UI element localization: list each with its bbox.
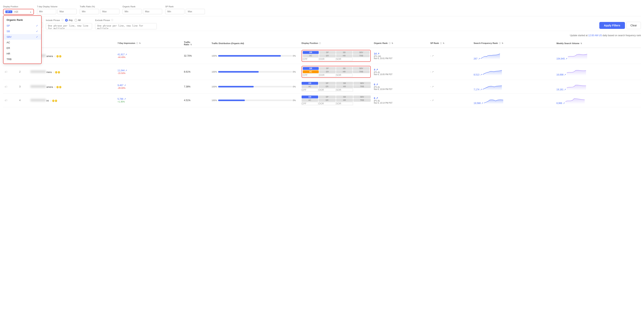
sfr-link[interactable]: 8,513 ↗ [474, 73, 482, 76]
sp-rank-max-input[interactable] [186, 9, 205, 14]
dropdown-item-er[interactable]: ER [4, 45, 41, 51]
dp-badge-sor[interactable]: SOR [336, 74, 352, 77]
traffic-ratio-max-input[interactable] [100, 9, 120, 14]
wsv-link[interactable]: 19,181 ↗ [556, 88, 566, 91]
dp-badge-cpf[interactable]: CPF [302, 102, 318, 105]
dp-badge-sb[interactable]: SB [336, 51, 352, 54]
display-position-select[interactable]: SP × + 2 ▲ [3, 9, 34, 15]
dp-badge-hr[interactable]: HR [336, 54, 352, 57]
seven-day-max-input[interactable] [58, 9, 77, 14]
organic-rank-max-input[interactable] [143, 9, 162, 14]
row-traffic-ratio-cell: 4.51% [182, 94, 210, 107]
dp-badge-oor[interactable]: OOR [318, 88, 336, 92]
dropdown-item-sp[interactable]: SP ✓ [4, 23, 41, 28]
dp-badge-ac[interactable]: AC [302, 85, 318, 88]
sfr-link[interactable]: 267 ↗ [474, 58, 480, 60]
dp-badge-sp[interactable]: SP [319, 51, 336, 54]
impression-link[interactable]: 5,786 ↗ [118, 98, 126, 100]
organic-rank-sort-icon[interactable]: ⇅ [392, 42, 393, 44]
sfr-sort-icon[interactable]: ⇅ [502, 42, 503, 44]
organic-rank-min-input[interactable] [122, 9, 142, 14]
clear-button[interactable]: Clear [626, 22, 641, 29]
dp-badge-ac[interactable]: AC [303, 70, 319, 73]
dp-badge-sb[interactable]: SB [336, 82, 353, 85]
dp-badge-trb[interactable]: TRB [354, 85, 371, 88]
sp-rank-min-input[interactable] [165, 9, 184, 14]
dropdown-item-ac[interactable]: AC [4, 40, 41, 45]
sfr-link[interactable]: 19,588 ↗ [474, 102, 483, 104]
impression-link[interactable]: 9,467 ↗ [118, 84, 126, 87]
dropdown-item-sb[interactable]: SB ✓ [4, 28, 41, 34]
dp-badge-trb[interactable]: TRB [353, 70, 370, 73]
dp-badge-cpf[interactable]: CPF [303, 58, 319, 61]
dp-badge-sor[interactable]: SOR [336, 58, 352, 61]
dp-badge-ac[interactable]: AC [302, 99, 318, 102]
tag-icon[interactable]: 🏷 [4, 70, 7, 73]
dp-badge-sp[interactable]: SP [319, 67, 336, 70]
include-phrase-textarea[interactable] [46, 23, 92, 29]
wsv-sort-icon[interactable]: ⇅ [580, 42, 582, 44]
dp-badge-oor[interactable]: OOR [319, 58, 336, 61]
dp-badge-hr[interactable]: HR [336, 70, 352, 73]
dp-badge-sbv[interactable]: SBV [353, 67, 370, 70]
dp-badge-sp[interactable]: SP [318, 82, 336, 85]
dp-badge-sor[interactable]: SOR [336, 88, 353, 92]
dropdown-item-sbv[interactable]: SBV ✓ [4, 34, 41, 40]
tag-sp-close[interactable]: × [10, 11, 11, 13]
dp-badge-hr[interactable]: HR [336, 85, 353, 88]
traffic-ratio-sort-icon[interactable]: ⇅ [190, 44, 192, 46]
wsv-link[interactable]: 8,966 ↗ [556, 102, 565, 104]
tag-icon[interactable]: 🏷 [4, 99, 7, 102]
radio-any[interactable]: Any [65, 19, 72, 22]
dp-badge-trb[interactable]: TRB [353, 54, 370, 57]
dropdown-item-hr[interactable]: HR [4, 51, 41, 56]
dp-badge-sbv[interactable]: SBV [354, 96, 371, 98]
dp-badge-cpf[interactable]: CPF [302, 88, 318, 92]
wsv-link[interactable]: 154,945 ↗ [556, 58, 567, 60]
dp-badge-sbv[interactable]: SBV [353, 51, 370, 54]
dp-badge-or[interactable]: OR [302, 96, 318, 98]
dp-badge-cpf[interactable]: CPF [303, 74, 319, 77]
dropdown-item-trb[interactable]: TRB [4, 56, 41, 62]
wsv-link[interactable]: 16,698 ↗ [556, 73, 566, 76]
keyword-suffix: amera [46, 86, 53, 88]
row-traffic-ratio-cell: 7.38% [182, 80, 210, 94]
display-pos-badges: ORSPSBSBVACERHRTRBCPFOORSOR [302, 96, 371, 105]
row-keyword-cell: amera □ 🪙🪙 [29, 80, 116, 94]
dp-badge-sp[interactable]: SP [318, 96, 336, 98]
dp-badge-sb[interactable]: SB [336, 96, 353, 98]
dp-badge-er[interactable]: ER [318, 85, 336, 88]
traffic-ratio-min-input[interactable] [80, 9, 99, 14]
dp-badge-ac[interactable]: AC [303, 54, 319, 57]
dp-badge-sor[interactable]: SOR [336, 102, 353, 105]
dp-badge-or[interactable]: OR [303, 67, 319, 70]
dropdown-title: Organic Rank [4, 17, 41, 23]
dp-badge-er[interactable]: ER [319, 54, 336, 57]
dp-badge-hr[interactable]: HR [336, 99, 353, 102]
tag-sp[interactable]: SP × [6, 10, 12, 13]
sp-rank-filter: SP Rank [165, 6, 205, 14]
impression-link[interactable]: 41,917 ↗ [118, 53, 127, 56]
apply-filters-button[interactable]: Apply Filters [599, 22, 625, 29]
dp-badge-sb[interactable]: SB [336, 67, 352, 70]
row-keyword-cell: amera □ 🪙🪙 [29, 48, 116, 64]
seven-day-min-input[interactable] [37, 9, 56, 14]
dp-badge-or[interactable]: OR [302, 82, 318, 85]
dp-badge-or[interactable]: OR [303, 51, 319, 54]
impression-sort-icon[interactable]: ⇅ [139, 42, 140, 44]
exclude-phrase-textarea[interactable] [95, 23, 157, 29]
display-position-filter: Display Position SP × + 2 ▲ Organic Rank… [3, 6, 34, 15]
tag-more[interactable]: + 2 [14, 10, 19, 13]
dp-badge-trb[interactable]: TRB [354, 99, 371, 102]
dp-badge-sbv[interactable]: SBV [354, 82, 371, 85]
dp-badge-er[interactable]: ER [318, 99, 336, 102]
tag-icon[interactable]: 🏷 [4, 85, 7, 88]
impression-link[interactable]: 11,044 ↗ [118, 69, 127, 72]
dp-badge-oor[interactable]: OOR [318, 102, 336, 105]
radio-all[interactable]: All [74, 19, 80, 22]
dp-badge-er[interactable]: ER [319, 70, 336, 73]
sfr-link[interactable]: 7,174 ↗ [474, 88, 482, 91]
sp-rank-sort-icon[interactable]: ⇅ [443, 42, 444, 44]
dp-badge-oor[interactable]: OOR [319, 74, 336, 77]
display-position-label: Display Position [3, 6, 34, 8]
